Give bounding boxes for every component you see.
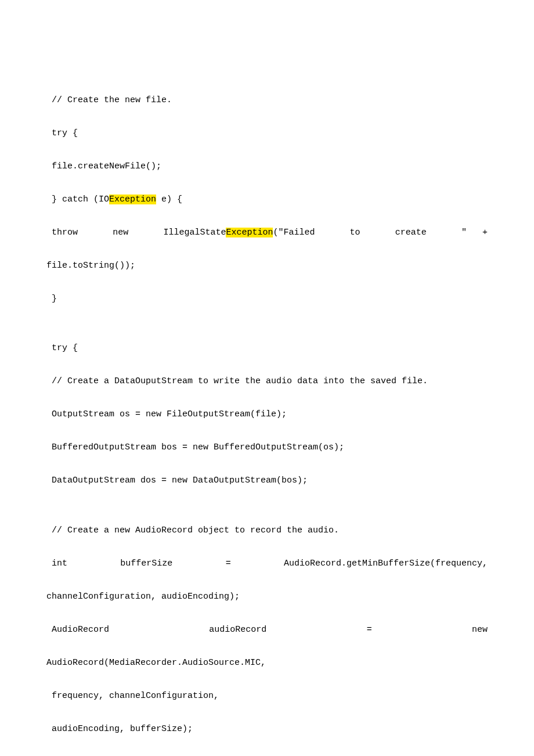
code-line: try {: [46, 340, 488, 357]
code-line: AudioRecord(MediaRecorder.AudioSource.MI…: [46, 655, 488, 672]
code-line: // Create the new file.: [46, 92, 488, 109]
code-line: }: [46, 291, 488, 308]
code-line: BufferedOutputStream bos = new BufferedO…: [46, 440, 488, 456]
code-line: OutputStream os = new FileOutputStream(f…: [46, 406, 488, 423]
code-line: AudioRecordaudioRecord=new: [46, 622, 488, 639]
code-line: audioEncoding, bufferSize);: [46, 721, 488, 738]
code-line: } catch (IOException e) {: [46, 192, 488, 208]
code-line: frequency, channelConfiguration,: [46, 688, 488, 705]
code-line: file.toString());: [46, 258, 488, 275]
code-line: thrownewIllegalStateException("Failedtoc…: [46, 225, 488, 242]
code-line: // Create a new AudioRecord object to re…: [46, 523, 488, 539]
code-block: // Create the new file. try { file.creat…: [46, 75, 488, 756]
code-line: try {: [46, 125, 488, 142]
code-line: file.createNewFile();: [46, 159, 488, 175]
highlight: Exception: [109, 195, 156, 204]
document-page: // Create the new file. try { file.creat…: [0, 0, 534, 756]
code-line: // Create a DataOuputStream to write the…: [46, 373, 488, 390]
highlight: Exception: [226, 228, 273, 237]
code-line: channelConfiguration, audioEncoding);: [46, 589, 488, 606]
code-line: DataOutputStream dos = new DataOutputStr…: [46, 473, 488, 489]
code-line: intbufferSize=AudioRecord.getMinBufferSi…: [46, 556, 488, 573]
